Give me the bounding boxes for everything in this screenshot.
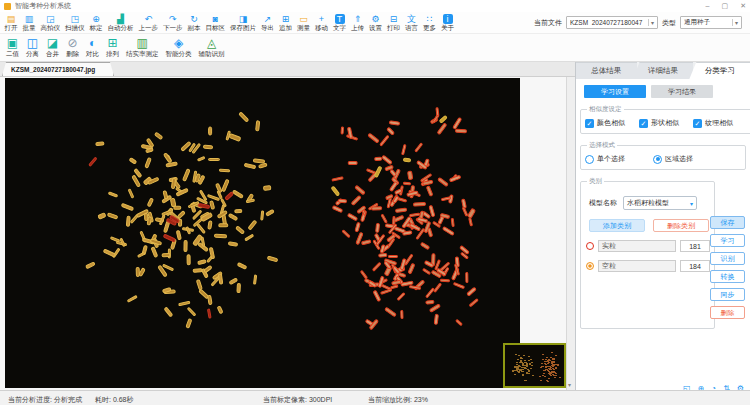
toolbar-button-export[interactable]: ↗导出	[259, 14, 277, 32]
minimap-dot	[524, 360, 526, 361]
tab-overall-results[interactable]: 总体结果	[576, 62, 637, 79]
seed-grain	[98, 212, 107, 219]
checkbox-color-similar[interactable]: ✓ 颜色相似	[585, 118, 625, 128]
toolbar-button-about[interactable]: i关于	[439, 14, 457, 32]
sync-button[interactable]: 同步	[710, 288, 745, 301]
minimap[interactable]	[503, 343, 566, 388]
toolbar-button-more[interactable]: ∷更多	[421, 14, 439, 32]
minimize-button[interactable]: –	[706, 1, 710, 11]
minimap-dot	[555, 355, 557, 356]
learning-settings-button[interactable]: 学习设置	[584, 85, 646, 98]
type-select[interactable]: 通用种子 ▾	[680, 16, 742, 29]
checkbox-texture-similar[interactable]: ✓ 纹理相似	[693, 118, 733, 128]
seed-grain	[396, 292, 405, 301]
empty-grain-marker-icon[interactable]	[586, 262, 594, 270]
toolbar-button-calibrate[interactable]: ⊕标定	[87, 14, 105, 32]
learning-results-button[interactable]: 学习结果	[651, 85, 713, 98]
seed-grain	[129, 157, 138, 165]
seed-grain	[465, 272, 468, 283]
toolbar-button-text[interactable]: T文字	[331, 14, 349, 32]
solid-grain-marker-icon[interactable]	[586, 242, 594, 250]
model-select[interactable]: 水稻籽粒模型 ▾	[623, 196, 697, 210]
close-button[interactable]: ✕	[740, 1, 746, 11]
category-count: 181	[680, 240, 710, 252]
maximize-button[interactable]: ▢	[722, 1, 729, 11]
toolbar-button-scanner[interactable]: ◳扫描仪	[63, 14, 88, 32]
minimap-dot	[525, 368, 527, 369]
checkbox-shape-similar[interactable]: ✓ 形状相似	[639, 118, 679, 128]
seed-grain	[461, 206, 468, 216]
toolbar-button-save-image[interactable]: ◨保存图片	[228, 14, 259, 32]
tab-classification-learning[interactable]: 分类学习	[689, 62, 750, 79]
seed-grain	[238, 111, 249, 122]
toolbar-button-next-step[interactable]: ↷下一步	[161, 14, 186, 32]
delete-category-button[interactable]: 删除类别	[653, 219, 709, 232]
toolbar-label: 标定	[90, 24, 103, 32]
delete-button[interactable]: 删除	[710, 306, 745, 319]
toolbar-label: 智能分类	[166, 50, 192, 58]
seed-grain	[201, 236, 206, 246]
minimap-dot	[515, 354, 517, 355]
seed-grain	[107, 212, 119, 220]
minimap-dot	[546, 380, 548, 381]
toolbar-button-separate[interactable]: ◫分离	[26, 37, 39, 58]
tab-detailed-results[interactable]: 详细结果	[633, 62, 694, 79]
doc-camera-icon: ◲	[45, 14, 55, 24]
append-icon: ⊞	[281, 14, 291, 24]
document-tab[interactable]: KZSM_20240727180047.jpg	[2, 62, 114, 76]
category-group: 类别 模型名称 水稻籽粒模型 ▾ 添加类别 删除类别 实粒	[580, 177, 715, 329]
toolbar-button-language[interactable]: 文语言	[403, 14, 421, 32]
radio-icon	[585, 155, 594, 164]
toolbar-button-open[interactable]: ▤打开	[2, 14, 20, 32]
toolbar-button-append[interactable]: ⊞追加	[277, 14, 295, 32]
toolbar-label: 对比	[86, 50, 99, 58]
toolbar-button-auto-analyze[interactable]: ▟自动分析	[105, 14, 136, 32]
toolbar-button-print[interactable]: ⊟打印	[385, 14, 403, 32]
toolbar-button-smart-classify[interactable]: ◈智能分类	[166, 37, 192, 58]
toolbar-button-target-area[interactable]: ◙目标区	[203, 14, 228, 32]
toolbar-button-seed-rate-measure[interactable]: ▥结实率测定	[126, 37, 159, 58]
radio-region-select[interactable]: 区域选择	[653, 154, 693, 164]
image-viewport[interactable]: ▾	[0, 77, 575, 390]
minimap-dot	[554, 377, 556, 378]
add-category-button[interactable]: 添加类别	[589, 219, 645, 232]
toolbar-button-arrange[interactable]: ⊞排列	[106, 37, 119, 58]
seed-grain	[455, 129, 467, 133]
category-name-field[interactable]: 空粒	[598, 260, 676, 272]
toolbar-button-measure[interactable]: ▭测量	[295, 14, 313, 32]
seed-grain	[163, 233, 176, 241]
toolbar-button-contrast[interactable]: ◐对比	[86, 37, 99, 58]
convert-button[interactable]: 转换	[710, 270, 745, 283]
minimap-dot	[521, 367, 523, 368]
status-bar: 当前分析进度: 分析完成 耗时: 0.68秒 当前标定像素: 300DPI 当前…	[0, 390, 750, 405]
toolbar-button-batch[interactable]: ▥批量	[20, 14, 38, 32]
category-name-field[interactable]: 实粒	[598, 240, 676, 252]
toolbar-button-delete[interactable]: ⊘删除	[66, 37, 79, 58]
minimap-dot	[547, 361, 549, 362]
recognize-button[interactable]: 识别	[710, 252, 745, 265]
save-button[interactable]: 保存	[710, 216, 745, 229]
scroll-down-icon[interactable]: ▾	[568, 381, 571, 388]
seed-grain	[196, 259, 206, 265]
toolbar-button-doc-camera[interactable]: ◲高拍仪	[38, 14, 63, 32]
learn-button[interactable]: 学习	[710, 234, 745, 247]
seed-grain	[401, 144, 407, 156]
toolbar-label: 文字	[333, 24, 346, 32]
toolbar-button-binary[interactable]: ▣二值	[6, 37, 19, 58]
toolbar-button-duplicate[interactable]: ↻副本	[185, 14, 203, 32]
toolbar-button-merge[interactable]: ◪合并	[46, 37, 59, 58]
toolbar-button-move[interactable]: +移动	[313, 14, 331, 32]
radio-single-select[interactable]: 单个选择	[585, 154, 625, 164]
toolbar-button-prev-step[interactable]: ↶上一步	[136, 14, 161, 32]
canvas-scrollbar[interactable]: ▾	[566, 77, 575, 390]
toolbar-button-settings[interactable]: ⚙设置	[367, 14, 385, 32]
seed-grain	[235, 226, 245, 236]
toolbar-button-assist-recognize[interactable]: ◬辅助识别	[199, 37, 225, 58]
seed-grain	[266, 209, 275, 216]
current-file-select[interactable]: KZSM_20240727180047 ▾	[566, 16, 658, 29]
toolbar-button-upload[interactable]: ⇑上传	[349, 14, 367, 32]
toolbar-label: 保存图片	[230, 24, 256, 32]
analyzed-seed-image[interactable]	[5, 78, 520, 388]
auto-analyze-icon: ▟	[116, 14, 126, 24]
minimap-dot	[531, 362, 533, 363]
